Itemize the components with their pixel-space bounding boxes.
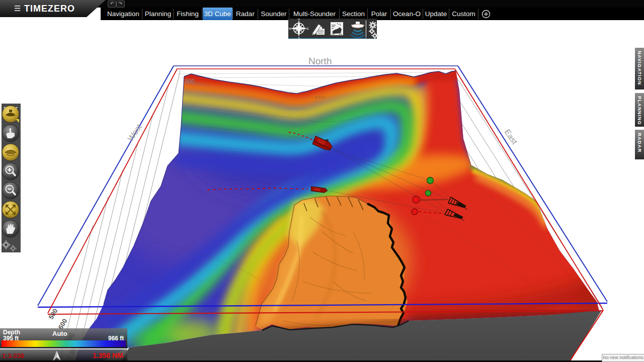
svg-text:East: East — [503, 128, 520, 146]
svg-text:N: N — [298, 19, 300, 21]
svg-text:500: 500 — [47, 307, 59, 320]
svg-text:North: North — [308, 56, 332, 66]
svg-text:E: E — [306, 27, 308, 30]
svg-text:S: S — [298, 37, 300, 39]
svg-text:W: W — [289, 27, 292, 30]
svg-text:500: 500 — [185, 78, 194, 84]
svg-text:West: West — [126, 123, 143, 143]
